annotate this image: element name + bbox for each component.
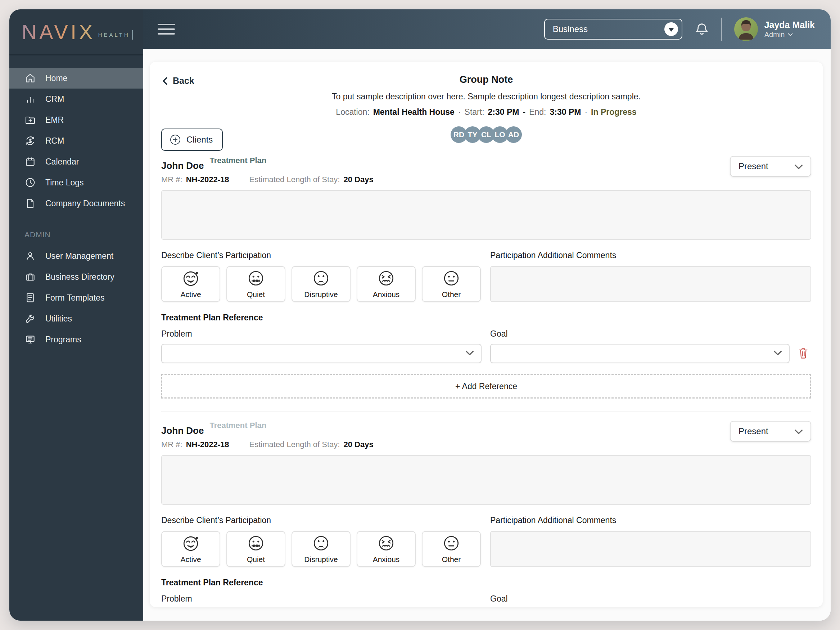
sidebar-item-business-directory[interactable]: Business Directory [9, 267, 143, 287]
monitor-icon [24, 334, 36, 345]
chevron-down-icon [795, 161, 802, 171]
sidebar-item-programs[interactable]: Programs [9, 329, 143, 350]
home-icon [24, 73, 36, 84]
client-chip[interactable]: AD [505, 126, 522, 143]
user-menu[interactable]: Jayda Malik Admin [734, 17, 815, 41]
anxious-face-icon [377, 534, 395, 552]
treatment-plan-link[interactable]: Treatment Plan [210, 421, 266, 430]
plus-circle-icon [169, 134, 182, 146]
sidebar-item-calendar[interactable]: Calendar [9, 151, 143, 172]
sidebar-item-label: Programs [45, 335, 81, 344]
dropdown-caret-icon [665, 22, 678, 36]
length-of-stay-value: 20 Days [343, 440, 373, 449]
length-of-stay-label: Estimated Length of Stay: [249, 440, 340, 449]
client-name: John Doe [161, 425, 204, 436]
other-face-icon [442, 534, 460, 552]
delete-reference-button[interactable] [795, 344, 811, 363]
user-avatar [734, 17, 758, 41]
participation-option-anxious[interactable]: Anxious [357, 266, 416, 302]
notifications-bell-icon[interactable] [695, 22, 709, 36]
attendance-select[interactable]: Present [730, 156, 811, 177]
attendance-value: Present [739, 426, 768, 436]
client-avatar-chips: RD TY CL LO AD [451, 126, 522, 143]
sidebar-item-crm[interactable]: CRM [9, 88, 143, 109]
group-note-textarea[interactable] [161, 190, 811, 240]
chevron-down-icon [788, 33, 793, 36]
location-label: Location: [336, 107, 369, 117]
other-face-icon [442, 269, 460, 287]
sidebar-item-home[interactable]: Home [9, 68, 143, 88]
add-reference-label: + Add Reference [455, 382, 517, 391]
participation-option-quiet[interactable]: Quiet [226, 531, 286, 567]
sidebar-item-label: EMR [45, 115, 64, 125]
end-value: 3:30 PM [550, 107, 581, 117]
sidebar-item-form-templates[interactable]: Form Templates [9, 287, 143, 308]
participation-comments-textarea[interactable] [490, 266, 811, 302]
sidebar-item-user-management[interactable]: User Management [9, 246, 143, 267]
participation-comments-textarea[interactable] [490, 531, 811, 567]
sidebar-item-label: CRM [45, 94, 64, 104]
client-name: John Doe [161, 160, 204, 171]
group-note-textarea[interactable] [161, 455, 811, 505]
participation-option-other[interactable]: Other [422, 531, 481, 567]
status-badge: In Progress [591, 107, 637, 117]
participation-label: Describe Client’s Participation [161, 516, 482, 525]
sidebar-item-label: Utilities [45, 314, 72, 324]
briefcase-icon [24, 271, 36, 283]
sidebar-item-label: Calendar [45, 157, 79, 167]
main-area: Business Jayda Malik Admin [143, 9, 831, 621]
participation-option-disruptive[interactable]: Disruptive [292, 531, 351, 567]
chevron-down-icon [466, 350, 474, 357]
sidebar-item-label: Company Documents [45, 199, 125, 208]
content-area: Back Group Note To put sample descriptio… [143, 49, 831, 621]
section-divider [161, 411, 811, 412]
participation-option-active[interactable]: Active [161, 531, 220, 567]
top-bar: Business Jayda Malik Admin [143, 9, 831, 49]
active-face-icon [182, 534, 200, 552]
participation-options: Active Quiet Disruptive [161, 531, 482, 567]
mr-label: MR #: [161, 175, 182, 184]
back-button[interactable]: Back [161, 74, 332, 86]
treatment-plan-reference-title: Treatment Plan Reference [161, 313, 811, 322]
client-section-1: John Doe Treatment Plan MR #: NH-2022-18… [161, 156, 811, 398]
participation-option-anxious[interactable]: Anxious [357, 531, 416, 567]
hamburger-menu-icon[interactable] [158, 22, 176, 36]
participation-option-disruptive[interactable]: Disruptive [292, 266, 351, 302]
brand-tagline: HEALTH [98, 30, 133, 39]
sidebar-item-label: RCM [45, 136, 64, 146]
sidebar-item-time-logs[interactable]: Time Logs [9, 172, 143, 193]
sidebar-item-label: Form Templates [45, 293, 104, 303]
goal-label: Goal [490, 329, 789, 339]
location-value: Mental Health House [373, 107, 455, 117]
wrench-icon [24, 313, 36, 324]
disruptive-face-icon [312, 269, 330, 287]
participation-option-quiet[interactable]: Quiet [226, 266, 286, 302]
folder-plus-icon [24, 114, 36, 126]
quiet-face-icon [247, 534, 265, 552]
problem-label: Problem [161, 594, 482, 604]
sidebar-item-utilities[interactable]: Utilities [9, 308, 143, 329]
disruptive-face-icon [312, 534, 330, 552]
note-meta: Location: Mental Health House · Start: 2… [332, 107, 641, 117]
treatment-plan-reference-title: Treatment Plan Reference [161, 578, 811, 587]
sidebar-item-company-documents[interactable]: Company Documents [9, 193, 143, 214]
chevron-left-icon [161, 76, 169, 86]
add-reference-button[interactable]: + Add Reference [161, 374, 811, 398]
mr-value: NH-2022-18 [186, 175, 229, 184]
goal-select[interactable] [490, 344, 789, 363]
sidebar-item-emr[interactable]: EMR [9, 109, 143, 130]
sync-dollar-icon [24, 135, 36, 147]
app-window: NAVIX HEALTH Home CRM EMR RCM Calen [9, 9, 831, 621]
business-selector-value: Business [553, 24, 588, 34]
business-selector[interactable]: Business [544, 19, 682, 39]
attendance-select[interactable]: Present [730, 421, 811, 442]
add-clients-button[interactable]: Clients [161, 128, 223, 151]
sidebar-item-rcm[interactable]: RCM [9, 130, 143, 151]
start-value: 2:30 PM [488, 107, 519, 117]
problem-select[interactable] [161, 344, 482, 363]
participation-option-active[interactable]: Active [161, 266, 220, 302]
problem-label: Problem [161, 329, 482, 339]
treatment-plan-link[interactable]: Treatment Plan [210, 156, 266, 165]
participation-option-other[interactable]: Other [422, 266, 481, 302]
sidebar: NAVIX HEALTH Home CRM EMR RCM Calen [9, 9, 143, 621]
